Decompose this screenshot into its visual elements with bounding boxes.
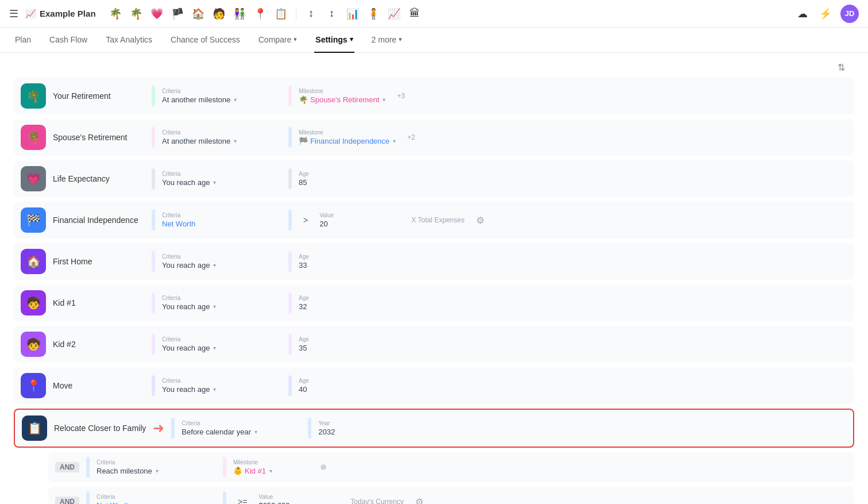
icon-pin[interactable]: 📍 xyxy=(252,6,268,22)
criteria-kid2: Criteria You reach age ▾ xyxy=(162,336,277,352)
settings-chevron: ▾ xyxy=(350,36,353,43)
criteria-first-home: Criteria You reach age ▾ xyxy=(162,253,277,270)
icon-palm1[interactable]: 🌴 xyxy=(107,6,124,22)
icon-flag[interactable]: 🏴 xyxy=(169,6,186,22)
age-color-bar-kid1 xyxy=(288,293,292,313)
compare-chevron: ▾ xyxy=(294,36,297,43)
tab-settings[interactable]: Settings ▾ xyxy=(314,28,354,53)
color-bar-relocate xyxy=(171,418,175,438)
sub-milestone-value-1: Milestone 👶 Kid #1 ▾ xyxy=(233,459,314,475)
color-bar-your-retirement xyxy=(152,86,155,106)
dot-btn-1[interactable] xyxy=(321,464,326,470)
criteria-select-kid2[interactable]: You reach age ▾ xyxy=(162,344,277,352)
icon-heart[interactable]: 💗 xyxy=(149,6,165,22)
criteria-chevron-your-retirement: ▾ xyxy=(234,97,237,103)
value-color-bar-fi xyxy=(288,210,292,230)
age-color-bar-move xyxy=(288,375,292,396)
milestone-name-first-home: First Home xyxy=(53,257,145,266)
tab-compare[interactable]: Compare ▾ xyxy=(257,28,299,53)
sub-milestone-color-bar-1 xyxy=(223,457,226,478)
icon-person3[interactable]: 🧍 xyxy=(365,6,381,22)
color-bar-spouses-retirement xyxy=(152,127,155,148)
hamburger-menu[interactable]: ☰ xyxy=(9,7,18,20)
criteria-select-spouses-retirement[interactable]: At another milestone ▾ xyxy=(162,137,277,145)
age-value-move: Age 40 xyxy=(299,378,379,394)
sub-milestone-link-1[interactable]: 👶 Kid #1 xyxy=(233,467,266,475)
avatar[interactable]: JD xyxy=(840,5,859,23)
criteria-financial-independence: Criteria Net Worth xyxy=(162,212,277,228)
year-color-bar-relocate xyxy=(308,418,311,438)
cloud-icon[interactable]: ☁ xyxy=(794,6,811,22)
icon-arrows1[interactable]: ↕ xyxy=(303,6,319,22)
milestone-value-spouses-retirement: Milestone 🏁 Financial Independence ▾ xyxy=(299,129,396,145)
plus-badge-your-retirement[interactable]: +3 xyxy=(397,92,405,100)
tab-tax[interactable]: Tax Analytics xyxy=(105,28,153,53)
milestone-name-financial-independence: Financial Independence xyxy=(53,216,145,225)
gear-icon-fi[interactable]: ⚙ xyxy=(476,215,484,226)
and-badge-2: AND xyxy=(55,497,79,504)
and-badge-1: AND xyxy=(55,462,79,472)
icon-person2[interactable]: 👫 xyxy=(232,6,248,22)
lightning-icon[interactable]: ⚡ xyxy=(817,6,834,22)
milestones-list: 🌴 Your Retirement Criteria At another mi… xyxy=(14,78,854,504)
icon-chart[interactable]: 📈 xyxy=(386,6,402,22)
milestone-link-your-retirement[interactable]: 🌴 Spouse's Retirement xyxy=(299,95,379,104)
icon-palm2[interactable]: 🌴 xyxy=(128,6,144,22)
criteria-select-first-home[interactable]: You reach age ▾ xyxy=(162,261,277,270)
right-icons-area: ☁ ⚡ JD xyxy=(794,5,859,23)
criteria-select-kid1[interactable]: You reach age ▾ xyxy=(162,302,277,311)
milestone-name-spouses-retirement: Spouse's Retirement xyxy=(53,133,145,142)
plan-name[interactable]: Example Plan xyxy=(40,9,96,18)
criteria-chevron-spouses-retirement: ▾ xyxy=(234,138,237,144)
tab-chance[interactable]: Chance of Success xyxy=(169,28,241,53)
sub-criteria-select-1[interactable]: Reach milestone ▾ xyxy=(97,467,211,475)
tab-plan[interactable]: Plan xyxy=(14,28,32,53)
age-color-bar-life-expectancy xyxy=(288,168,292,189)
color-bar-financial-independence xyxy=(152,210,155,230)
criteria-move: Criteria You reach age ▾ xyxy=(162,378,277,394)
icon-person1[interactable]: 🧑 xyxy=(211,6,227,22)
color-bar-move xyxy=(152,375,155,396)
criteria-select-your-retirement[interactable]: At another milestone ▾ xyxy=(162,95,277,104)
milestone-row-your-retirement: 🌴 Your Retirement Criteria At another mi… xyxy=(14,78,854,114)
tab-cashflow[interactable]: Cash Flow xyxy=(48,28,88,53)
milestone-row-spouses-retirement: 🌴 Spouse's Retirement Criteria At anothe… xyxy=(14,119,854,156)
year-value-relocate: Year 2032 xyxy=(318,420,399,436)
sort-icon[interactable]: ⇅ xyxy=(838,62,845,73)
criteria-select-relocate[interactable]: Before calendar year ▾ xyxy=(182,428,296,436)
criteria-select-financial-independence[interactable]: Net Worth xyxy=(162,220,277,228)
icon-analytics[interactable]: 📊 xyxy=(345,6,361,22)
sub-row-and2: AND Criteria Net Worth >= Value $650,000… xyxy=(48,487,854,504)
criteria-chevron-relocate: ▾ xyxy=(254,429,257,435)
criteria-your-retirement: Criteria At another milestone ▾ xyxy=(162,88,277,104)
criteria-select-move[interactable]: You reach age ▾ xyxy=(162,385,277,394)
sub-rows: AND Criteria Reach milestone ▾ Milestone… xyxy=(48,452,854,504)
extra-label-and2: Today's Currency xyxy=(350,498,403,504)
operator-and2: >= xyxy=(233,497,252,504)
sub-criteria-select-2[interactable]: Net Worth xyxy=(97,501,211,504)
sub-color-bar-2 xyxy=(86,491,90,504)
milestone-name-life-expectancy: Life Expectancy xyxy=(53,174,145,183)
icon-house[interactable]: 🏠 xyxy=(190,6,206,22)
milestone-color-bar-spouses-retirement xyxy=(288,127,292,148)
plus-badge-spouses-retirement[interactable]: +2 xyxy=(407,133,415,141)
color-bar-kid1 xyxy=(152,293,155,313)
milestone-name-move: Move xyxy=(53,381,145,390)
icon-arrows2[interactable]: ↕ xyxy=(324,6,340,22)
milestone-link-spouses-retirement[interactable]: 🏁 Financial Independence xyxy=(299,137,389,145)
sub-color-bar-1 xyxy=(86,457,90,478)
milestone-icon-your-retirement: 🌴 xyxy=(21,83,46,109)
age-value-life-expectancy: Age 85 xyxy=(299,171,379,187)
arrow-right-relocate: ➜ xyxy=(153,420,164,436)
criteria-select-life-expectancy[interactable]: You reach age ▾ xyxy=(162,178,277,187)
criteria-chevron-kid2: ▾ xyxy=(213,345,216,351)
age-color-bar-first-home xyxy=(288,251,292,272)
plan-title-area: 📈 Example Plan xyxy=(25,9,96,19)
milestone-row-kid2: 🧒 Kid #2 Criteria You reach age ▾ Age 35 xyxy=(14,326,854,363)
icon-clipboard[interactable]: 📋 xyxy=(273,6,289,22)
tab-more[interactable]: 2 more ▾ xyxy=(371,28,404,53)
criteria-spouses-retirement: Criteria At another milestone ▾ xyxy=(162,129,277,145)
gear-icon-and2[interactable]: ⚙ xyxy=(415,497,423,505)
milestone-icon-kid2: 🧒 xyxy=(21,332,46,357)
icon-building[interactable]: 🏛 xyxy=(407,6,423,22)
